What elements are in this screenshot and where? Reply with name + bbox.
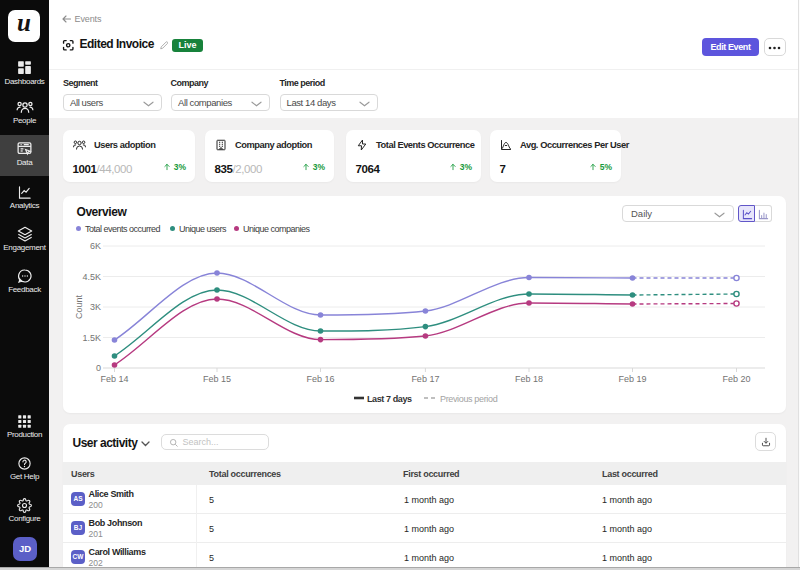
svg-text:Feb 15: Feb 15 [203, 374, 231, 384]
svg-text:4.5K: 4.5K [82, 272, 101, 282]
svg-text:Feb 18: Feb 18 [515, 374, 543, 384]
svg-text:Feb 19: Feb 19 [618, 374, 646, 384]
svg-text:6K: 6K [90, 241, 101, 251]
svg-text:Feb 17: Feb 17 [411, 374, 439, 384]
svg-text:Feb 14: Feb 14 [100, 374, 128, 384]
svg-text:3K: 3K [90, 302, 101, 312]
svg-text:0: 0 [96, 363, 101, 373]
svg-text:1.5K: 1.5K [82, 333, 101, 343]
svg-text:Count: Count [74, 295, 84, 320]
svg-text:Feb 20: Feb 20 [722, 374, 750, 384]
svg-text:Last 7 days: Last 7 days [367, 394, 412, 404]
svg-text:Previous period: Previous period [440, 394, 498, 404]
svg-text:Feb 16: Feb 16 [306, 374, 334, 384]
